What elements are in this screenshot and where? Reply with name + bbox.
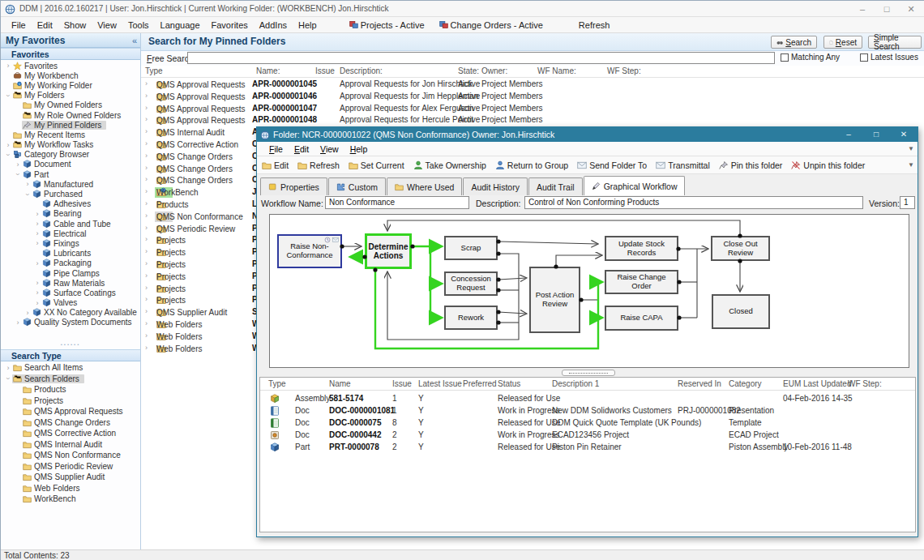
tree-item-adhesives[interactable]: Adhesives xyxy=(1,199,140,209)
tree-item-fixings[interactable]: ›Fixings xyxy=(1,238,140,248)
pin-this-folder-button[interactable]: Pin this folder xyxy=(719,160,783,170)
tree-item-body[interactable]: Manufactured xyxy=(32,180,98,189)
folder-menu-file[interactable]: File xyxy=(263,143,289,155)
transmittal-button[interactable]: Transmittal xyxy=(656,160,710,170)
expand-chevron-icon[interactable]: › xyxy=(145,152,148,160)
result-type-cell[interactable]: QMS Supplier Audit xyxy=(155,307,173,318)
contents-column-status[interactable]: Status xyxy=(498,379,520,388)
expand-chevron-icon[interactable]: › xyxy=(4,62,12,70)
workflow-node-rework[interactable]: Rework xyxy=(444,306,498,330)
tab-properties[interactable]: Properties xyxy=(260,177,327,195)
search-result-row[interactable]: ›QMS Approval RequestsAPR-0000001046Appr… xyxy=(141,91,924,103)
expand-chevron-icon[interactable]: › xyxy=(145,235,148,243)
column-header-wfstep[interactable]: WF Step: xyxy=(607,66,641,75)
tree-item-body[interactable]: Quality System Documents xyxy=(22,318,137,327)
result-type-cell[interactable]: Web Folders xyxy=(155,344,173,354)
tree-item-body[interactable]: Pipe Clamps xyxy=(41,269,105,278)
minimize-button[interactable]: – xyxy=(850,1,875,17)
column-header-type[interactable]: Type xyxy=(145,66,163,75)
tree-item-body[interactable]: Fixings xyxy=(41,239,84,248)
tree-item-body[interactable]: Favorites xyxy=(12,62,62,71)
tab-audit-history[interactable]: Audit History xyxy=(463,177,528,195)
tree-item-manufactured[interactable]: ›Manufactured xyxy=(1,179,140,189)
workflow-node-determine[interactable]: Determine Actions xyxy=(365,233,412,269)
tree-item-search-folders[interactable]: ›Search Folders xyxy=(1,374,140,385)
tree-item-category-browser[interactable]: ›Category Browser xyxy=(1,150,140,160)
tree-item-workbench[interactable]: WorkBench xyxy=(1,494,140,505)
contents-column-reserved-in[interactable]: Reserved In xyxy=(678,379,721,388)
checkbox-box[interactable] xyxy=(860,53,868,62)
contents-row[interactable]: DocDOC-00000758YReleased for UseDDM Quic… xyxy=(260,417,915,430)
expand-chevron-icon[interactable]: › xyxy=(145,104,148,112)
tree-item-body[interactable]: My Role Owned Folders xyxy=(22,111,126,120)
checkbox-box[interactable] xyxy=(781,53,789,62)
expand-chevron-icon[interactable]: › xyxy=(33,299,41,307)
workflow-node-raise-capa[interactable]: Raise CAPA xyxy=(605,306,678,331)
result-type-cell[interactable]: Projects xyxy=(155,271,173,282)
expand-chevron-icon[interactable]: › xyxy=(33,239,41,247)
result-type-cell[interactable]: QMS Non Conformance xyxy=(155,212,173,222)
expand-chevron-icon[interactable]: › xyxy=(145,224,148,232)
tree-item-body[interactable]: Purchased xyxy=(32,190,88,199)
result-type-cell[interactable]: Projects xyxy=(155,295,173,306)
tree-item-body[interactable]: Category Browser xyxy=(12,150,94,159)
tree-item-body[interactable]: WorkBench xyxy=(22,494,81,503)
expand-chevron-icon[interactable]: › xyxy=(145,247,148,255)
tree-item-favorites[interactable]: ›Favorites xyxy=(1,61,140,71)
tree-item-my-pinned-folders[interactable]: My Pinned Folders xyxy=(1,120,140,130)
expand-chevron-icon[interactable]: › xyxy=(145,344,148,352)
set-current-button[interactable]: Set Current xyxy=(349,160,404,170)
expand-chevron-icon[interactable]: › xyxy=(33,259,41,267)
close-button[interactable]: ✕ xyxy=(899,1,923,17)
tree-item-raw-materials[interactable]: ›Raw Materials xyxy=(1,278,140,288)
contents-row[interactable]: PartPRT-00000782YReleased for UsePiston … xyxy=(260,442,915,454)
expand-chevron-icon[interactable]: › xyxy=(33,210,41,218)
tree-item-body[interactable]: Bearing xyxy=(41,209,86,218)
result-type-cell[interactable]: Web Folders xyxy=(155,319,173,330)
expand-chevron-icon[interactable]: › xyxy=(145,187,148,195)
contents-column-issue[interactable]: Issue xyxy=(392,379,412,388)
contents-column-description-1[interactable]: Description 1 xyxy=(552,379,599,388)
collapse-chevron-icon[interactable]: › xyxy=(4,151,12,159)
tree-item-body[interactable]: Part xyxy=(22,170,53,179)
tree-item-body[interactable]: Raw Materials xyxy=(41,279,109,288)
contents-column-eum-last-updated[interactable]: EUM Last Updated xyxy=(783,379,852,388)
result-type-cell[interactable]: Products xyxy=(155,199,173,210)
tab-graphical-workflow[interactable]: Graphical Workflow xyxy=(584,176,686,195)
expand-chevron-icon[interactable]: › xyxy=(145,175,148,183)
tree-item-purchased[interactable]: ›Purchased xyxy=(1,189,140,199)
folder-minimize-button[interactable]: – xyxy=(835,127,862,142)
expand-chevron-icon[interactable]: › xyxy=(14,160,22,169)
collapse-chevron-icon[interactable]: › xyxy=(14,170,22,178)
tree-item-qms-non-conformance[interactable]: QMS Non Conformance xyxy=(1,450,140,461)
expand-chevron-icon[interactable]: › xyxy=(4,141,12,149)
workflow-node-scrap[interactable]: Scrap xyxy=(444,236,498,260)
tree-item-xx-no-category-available[interactable]: ›XX No Category Available xyxy=(1,308,140,318)
expand-chevron-icon[interactable]: › xyxy=(14,318,22,327)
free-search-input[interactable] xyxy=(187,52,775,64)
tree-item-body[interactable]: QMS Supplier Audit xyxy=(22,472,109,481)
tree-item-electrical[interactable]: ›Electrical xyxy=(1,229,140,238)
edit-button[interactable]: Edit xyxy=(262,160,289,170)
refresh-button[interactable]: Refresh xyxy=(297,160,340,170)
result-type-cell[interactable]: QMS Change Orders xyxy=(155,152,173,162)
return-to-group-button[interactable]: Return to Group xyxy=(495,160,568,170)
tree-item-body[interactable]: Surface Coatings xyxy=(41,289,121,297)
matching-any-checkbox[interactable]: Matching Any xyxy=(781,53,840,62)
result-type-cell[interactable]: QMS Corrective Action xyxy=(155,139,173,150)
tree-item-lubricants[interactable]: Lubricants xyxy=(1,249,140,259)
result-type-cell[interactable]: QMS Change Orders xyxy=(155,175,173,186)
result-type-cell[interactable]: iWorkBench xyxy=(155,187,173,198)
workflow-node-raise-nc[interactable]: Raise Non-Conformance xyxy=(277,234,342,268)
tree-item-body[interactable]: My Folders xyxy=(12,91,69,100)
tree-item-qms-supplier-audit[interactable]: QMS Supplier Audit xyxy=(1,472,140,483)
tree-item-valves[interactable]: ›Valves xyxy=(1,298,140,308)
tree-item-quality-system-documents[interactable]: ›Quality System Documents xyxy=(1,318,140,327)
tree-item-body[interactable]: QMS Approval Requests xyxy=(22,407,128,416)
tree-item-qms-approval-requests[interactable]: QMS Approval Requests xyxy=(1,406,140,417)
workflow-node-concession[interactable]: Concession Request xyxy=(444,271,498,296)
expand-chevron-icon[interactable]: › xyxy=(145,295,148,303)
result-type-cell[interactable]: QMS Approval Requests xyxy=(155,115,173,126)
column-header-wfname[interactable]: WF Name: xyxy=(537,66,576,75)
contents-row[interactable]: DocDOC-00000010811YWork in ProgressNew D… xyxy=(260,405,915,417)
